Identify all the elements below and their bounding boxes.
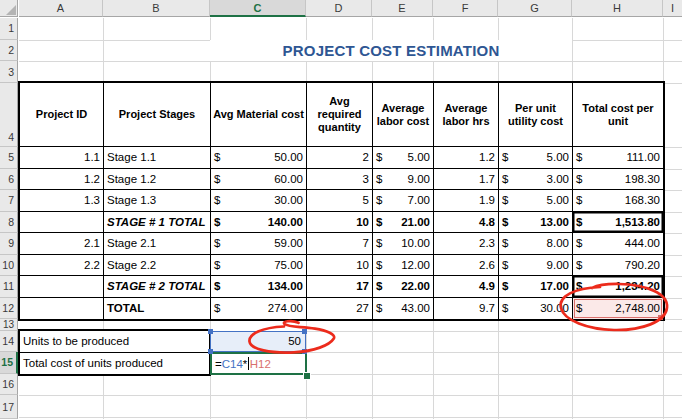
row-header-4[interactable]: 4 bbox=[0, 83, 18, 147]
cell-total-cost[interactable]: $111.00 bbox=[573, 147, 663, 169]
fill-handle[interactable] bbox=[303, 372, 311, 380]
cell-quantity[interactable]: 10 bbox=[307, 255, 373, 277]
cell-material-cost[interactable]: $75.00 bbox=[211, 255, 307, 277]
cell-total-cost[interactable]: $790.20 bbox=[573, 255, 663, 277]
row-header-17[interactable]: 17 bbox=[0, 395, 18, 419]
row-header-3[interactable]: 3 bbox=[0, 61, 18, 83]
cell-total-cost[interactable]: $198.30 bbox=[573, 169, 663, 191]
cell-labor-cost[interactable]: $5.00 bbox=[373, 147, 434, 169]
cell-labor-hrs[interactable]: 4.8 bbox=[434, 212, 499, 234]
cell-utility-cost[interactable]: $5.00 bbox=[499, 147, 573, 169]
cell-labor-cost[interactable]: $21.00 bbox=[373, 212, 434, 234]
cell-labor-cost[interactable]: $43.00 bbox=[373, 298, 434, 320]
cell-total-cost[interactable]: $444.00 bbox=[573, 233, 663, 255]
cell-project-id[interactable]: 1.3 bbox=[20, 190, 104, 212]
cell-total-cost[interactable]: $168.30 bbox=[573, 190, 663, 212]
cell-project-id[interactable]: 2.1 bbox=[20, 233, 104, 255]
cell-project-id[interactable] bbox=[20, 276, 104, 298]
cell-quantity[interactable]: 3 bbox=[307, 169, 373, 191]
cell-stage[interactable]: Stage 2.1 bbox=[104, 233, 211, 255]
column-header-c[interactable]: C bbox=[210, 0, 306, 17]
cell-stage[interactable]: STAGE # 1 TOTAL bbox=[104, 212, 211, 234]
cell-stage[interactable]: Stage 1.3 bbox=[104, 190, 211, 212]
cell-labor-cost[interactable]: $9.00 bbox=[373, 169, 434, 191]
cell-quantity[interactable]: 17 bbox=[307, 276, 373, 298]
cell-project-id[interactable]: 2.2 bbox=[20, 255, 104, 277]
col-header-average-labor-cost[interactable]: Average labor cost bbox=[373, 83, 434, 147]
cell-utility-cost[interactable]: $13.00 bbox=[499, 212, 573, 234]
cell-stage[interactable]: Stage 2.2 bbox=[104, 255, 211, 277]
cell-quantity[interactable]: 7 bbox=[307, 233, 373, 255]
row-header-6[interactable]: 6 bbox=[0, 169, 18, 191]
cell-project-id[interactable]: 1.1 bbox=[20, 147, 104, 169]
row-header-7[interactable]: 7 bbox=[0, 190, 18, 212]
cell-quantity[interactable]: 10 bbox=[307, 212, 373, 234]
cell-c15-formula-input[interactable]: =C14*H12 bbox=[210, 352, 307, 375]
row-header-16[interactable]: 16 bbox=[0, 374, 18, 396]
column-header-g[interactable]: G bbox=[498, 0, 572, 17]
cell-labor-cost[interactable]: $22.00 bbox=[373, 276, 434, 298]
row-header-14[interactable]: 14 bbox=[0, 331, 18, 353]
cell-labor-hrs[interactable]: 2.3 bbox=[434, 233, 499, 255]
row-header-8[interactable]: 8 bbox=[0, 212, 18, 234]
cell-utility-cost[interactable]: $3.00 bbox=[499, 169, 573, 191]
column-header-a[interactable]: A bbox=[19, 0, 103, 17]
cell-labor-hrs[interactable]: 1.7 bbox=[434, 169, 499, 191]
cell-project-id[interactable] bbox=[20, 212, 104, 234]
column-header-d[interactable]: D bbox=[306, 0, 372, 17]
row-header-10[interactable]: 10 bbox=[0, 255, 18, 277]
cell-utility-cost[interactable]: $9.00 bbox=[499, 255, 573, 277]
column-header-i[interactable]: I bbox=[663, 0, 682, 17]
cell-material-cost[interactable]: $274.00 bbox=[211, 298, 307, 320]
cell-utility-cost[interactable]: $30.00 bbox=[499, 298, 573, 320]
cell-c14-units-value[interactable]: 50 bbox=[210, 331, 306, 353]
sheet-title[interactable]: PROJECT COST ESTIMATION bbox=[210, 40, 572, 62]
cell-labor-hrs[interactable]: 1.9 bbox=[434, 190, 499, 212]
cell-utility-cost[interactable]: $5.00 bbox=[499, 190, 573, 212]
units-to-be-produced-label[interactable]: Units to be produced bbox=[18, 329, 211, 353]
cell-material-cost[interactable]: $50.00 bbox=[211, 147, 307, 169]
column-header-b[interactable]: B bbox=[103, 0, 210, 17]
row-header-15[interactable]: 15 bbox=[0, 352, 18, 374]
cell-labor-hrs[interactable]: 1.2 bbox=[434, 147, 499, 169]
cell-quantity[interactable]: 5 bbox=[307, 190, 373, 212]
cell-stage[interactable]: STAGE # 2 TOTAL bbox=[104, 276, 211, 298]
row-header-13[interactable]: 13 bbox=[0, 319, 18, 331]
col-header-total-cost-per-unit[interactable]: Total cost per unit bbox=[573, 83, 663, 147]
cell-utility-cost[interactable]: $8.00 bbox=[499, 233, 573, 255]
cell-labor-cost[interactable]: $7.00 bbox=[373, 190, 434, 212]
cell-utility-cost[interactable]: $17.00 bbox=[499, 276, 573, 298]
cell-labor-hrs[interactable]: 9.7 bbox=[434, 298, 499, 320]
column-header-h[interactable]: H bbox=[572, 0, 663, 17]
row-header-9[interactable]: 9 bbox=[0, 233, 18, 255]
cell-material-cost[interactable]: $30.00 bbox=[211, 190, 307, 212]
col-header-average-labor-hrs[interactable]: Average labor hrs bbox=[434, 83, 499, 147]
cell-quantity[interactable]: 27 bbox=[307, 298, 373, 320]
row-header-1[interactable]: 1 bbox=[0, 18, 18, 40]
cell-labor-hrs[interactable]: 4.9 bbox=[434, 276, 499, 298]
row-header-11[interactable]: 11 bbox=[0, 276, 18, 298]
row-header-12[interactable]: 12 bbox=[0, 298, 18, 320]
column-header-f[interactable]: F bbox=[433, 0, 498, 17]
cell-total-cost[interactable]: $1,234.20 bbox=[573, 276, 663, 298]
column-header-e[interactable]: E bbox=[372, 0, 433, 17]
col-header-avg-material-cost[interactable]: Avg Material cost bbox=[211, 83, 307, 147]
row-header-5[interactable]: 5 bbox=[0, 147, 18, 169]
col-header-project-stages[interactable]: Project Stages bbox=[104, 83, 211, 147]
cell-project-id[interactable] bbox=[20, 298, 104, 320]
cell-labor-hrs[interactable]: 2.6 bbox=[434, 255, 499, 277]
col-header-avg-required-quantity[interactable]: Avg required quantity bbox=[307, 83, 373, 147]
cell-material-cost[interactable]: $59.00 bbox=[211, 233, 307, 255]
cell-stage[interactable]: TOTAL bbox=[104, 298, 211, 320]
select-all-corner[interactable] bbox=[0, 0, 18, 17]
cell-project-id[interactable]: 1.2 bbox=[20, 169, 104, 191]
cell-quantity[interactable]: 2 bbox=[307, 147, 373, 169]
col-header-per-unit-utility-cost[interactable]: Per unit utility cost bbox=[499, 83, 573, 147]
col-header-project-id[interactable]: Project ID bbox=[20, 83, 104, 147]
cell-labor-cost[interactable]: $10.00 bbox=[373, 233, 434, 255]
row-header-2[interactable]: 2 bbox=[0, 40, 18, 62]
cell-stage[interactable]: Stage 1.1 bbox=[104, 147, 211, 169]
cell-material-cost[interactable]: $140.00 bbox=[211, 212, 307, 234]
cell-material-cost[interactable]: $60.00 bbox=[211, 169, 307, 191]
total-cost-of-units-label[interactable]: Total cost of units produced bbox=[18, 353, 211, 376]
